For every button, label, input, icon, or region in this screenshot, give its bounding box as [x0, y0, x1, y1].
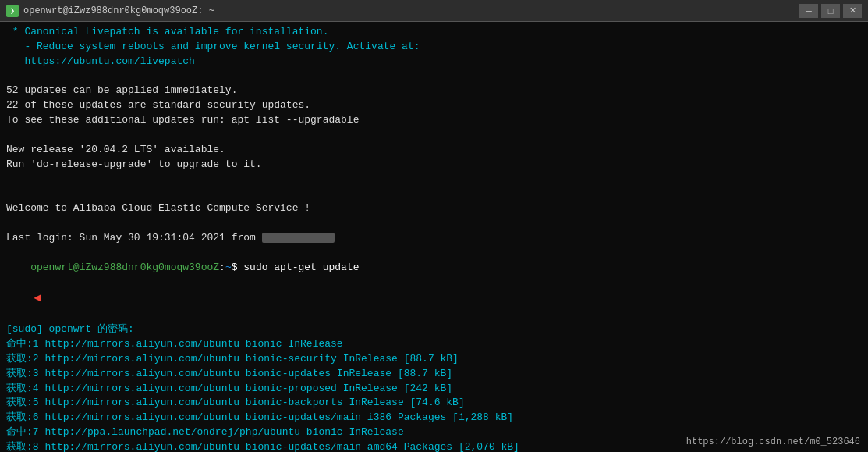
terminal-icon: ❯ — [6, 5, 19, 17]
terminal-sudo: [sudo] openwrt 的密码: — [6, 322, 862, 337]
title-bar-left: ❯ openwrt@iZwz988dnr0kg0moqw39ooZ: ~ — [6, 5, 214, 17]
prompt-path: ~ — [225, 262, 232, 273]
terminal-line: 命中:1 http://mirrors.aliyun.com/ubuntu bi… — [6, 337, 862, 352]
terminal-line: 获取:3 http://mirrors.aliyun.com/ubuntu bi… — [6, 367, 862, 382]
prompt-colon: : — [219, 262, 225, 273]
terminal-line: 获取:4 http://mirrors.aliyun.com/ubuntu bi… — [6, 382, 862, 397]
terminal-line — [6, 128, 862, 143]
terminal-line-login: Last login: Sun May 30 19:31:04 2021 fro… — [6, 231, 862, 246]
command-text: sudo apt-get update — [243, 262, 359, 273]
terminal-line — [6, 216, 862, 231]
terminal-prompt-cmd: openwrt@iZwz988dnr0kg0moqw39ooZ:~$ sudo … — [6, 246, 862, 323]
window-controls: ─ □ ✕ — [799, 4, 862, 18]
prompt-dollar: $ — [232, 262, 244, 273]
terminal-line: Welcome to Alibaba Cloud Elastic Compute… — [6, 201, 862, 216]
maximize-button[interactable]: □ — [821, 4, 840, 18]
terminal-line: 获取:5 http://mirrors.aliyun.com/ubuntu bi… — [6, 396, 862, 411]
prompt-user: openwrt@iZwz988dnr0kg0moqw39ooZ — [30, 262, 219, 273]
terminal-line: Run 'do-release-upgrade' to upgrade to i… — [6, 158, 862, 173]
close-button[interactable]: ✕ — [843, 4, 862, 18]
terminal-line — [6, 69, 862, 84]
window-title: openwrt@iZwz988dnr0kg0moqw39ooZ: ~ — [23, 5, 214, 16]
terminal-line — [6, 187, 862, 201]
terminal-line: https://ubuntu.com/livepatch — [6, 55, 862, 69]
watermark: https://blog.csdn.net/m0_523646 — [686, 436, 860, 447]
terminal-line: 52 updates can be applied immediately. — [6, 84, 862, 98]
title-bar: ❯ openwrt@iZwz988dnr0kg0moqw39ooZ: ~ ─ □… — [0, 0, 868, 22]
terminal-line: 获取:2 http://mirrors.aliyun.com/ubuntu bi… — [6, 352, 862, 367]
terminal-line: * Canonical Livepatch is available for i… — [6, 25, 862, 40]
terminal-line — [6, 172, 862, 187]
terminal-line: - Reduce system reboots and improve kern… — [6, 40, 862, 55]
arrow-icon: ◀ — [34, 291, 41, 305]
terminal-line: 获取:6 http://mirrors.aliyun.com/ubuntu bi… — [6, 411, 862, 425]
terminal-body: * Canonical Livepatch is available for i… — [0, 22, 868, 452]
terminal-line: 22 of these updates are standard securit… — [6, 98, 862, 113]
minimize-button[interactable]: ─ — [799, 4, 818, 18]
terminal-line: New release '20.04.2 LTS' available. — [6, 143, 862, 158]
terminal-line: To see these additional updates run: apt… — [6, 113, 862, 128]
